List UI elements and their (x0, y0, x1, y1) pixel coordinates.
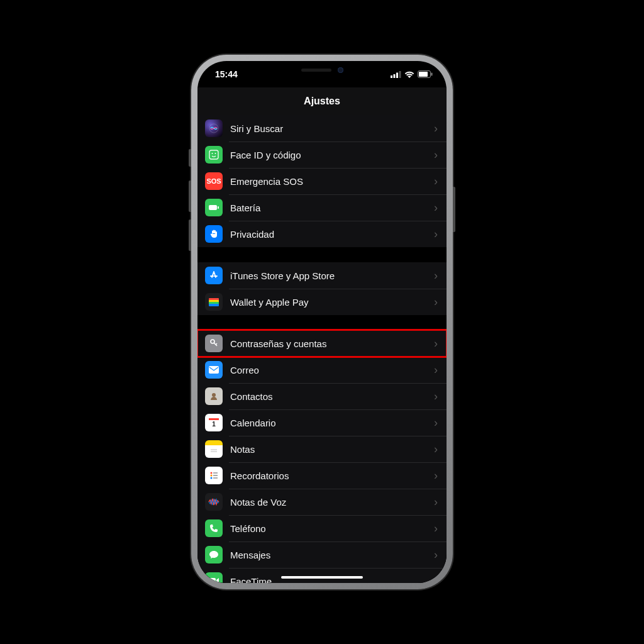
svg-point-28 (211, 477, 213, 479)
page-title: Ajustes (304, 96, 340, 107)
svg-rect-16 (209, 304, 219, 306)
chevron-right-icon: › (434, 228, 438, 241)
svg-point-9 (212, 153, 213, 154)
nav-header: Ajustes (197, 87, 447, 115)
svg-rect-3 (399, 71, 401, 78)
svg-rect-0 (391, 75, 392, 78)
row-reminders[interactable]: Recordatorios › (197, 462, 447, 489)
row-calendar[interactable]: 1 Calendario › (197, 409, 447, 436)
chevron-right-icon: › (434, 469, 438, 482)
cellular-icon (391, 71, 401, 78)
svg-point-19 (212, 393, 216, 397)
facetime-icon (205, 572, 223, 583)
row-label: Recordatorios (230, 470, 434, 481)
row-battery[interactable]: Batería › (197, 194, 447, 221)
svg-point-24 (211, 472, 213, 474)
svg-rect-5 (419, 72, 428, 77)
status-right (391, 70, 433, 78)
chevron-right-icon: › (434, 122, 438, 135)
row-phone[interactable]: Teléfono › (197, 515, 447, 541)
volume-up-button (189, 180, 191, 212)
row-label: Wallet y Apple Pay (230, 297, 434, 308)
faceid-icon (205, 146, 223, 164)
side-button (453, 187, 455, 232)
row-sos[interactable]: SOS Emergencia SOS › (197, 168, 447, 194)
row-label: Contactos (230, 391, 434, 402)
chevron-right-icon: › (434, 337, 438, 350)
content: Ajustes Siri y Buscar › (197, 61, 447, 583)
chevron-right-icon: › (434, 416, 438, 430)
sos-icon: SOS (205, 172, 223, 190)
row-facetime[interactable]: FaceTime › (197, 568, 447, 583)
chevron-right-icon: › (434, 296, 438, 309)
phone-device-frame: 15:44 Ajustes Siri y Buscar (191, 55, 453, 589)
battery-icon (205, 199, 223, 216)
chevron-right-icon: › (434, 201, 438, 214)
row-label: Face ID y código (230, 150, 434, 160)
row-mail[interactable]: Correo › (197, 357, 447, 383)
row-label: iTunes Store y App Store (230, 270, 434, 281)
row-contacts[interactable]: Contactos › (197, 383, 447, 409)
row-faceid[interactable]: Face ID y código › (197, 142, 447, 168)
svg-rect-11 (209, 205, 217, 210)
screen: 15:44 Ajustes Siri y Buscar (197, 61, 447, 583)
row-privacy[interactable]: Privacidad › (197, 221, 447, 247)
appstore-icon (205, 267, 223, 284)
settings-group: Contraseñas y cuentas › Correo › (197, 330, 447, 583)
chevron-right-icon: › (434, 364, 438, 377)
notes-icon (205, 440, 223, 458)
row-label: Siri y Buscar (230, 123, 434, 134)
battery-icon (418, 70, 433, 78)
chevron-right-icon: › (434, 496, 438, 509)
svg-rect-18 (209, 366, 219, 374)
row-appstore[interactable]: iTunes Store y App Store › (197, 262, 447, 289)
row-label: Notas (230, 444, 434, 455)
row-label: Notas de Voz (230, 497, 434, 508)
reminders-icon (205, 467, 223, 484)
svg-point-26 (211, 475, 213, 477)
svg-point-10 (215, 153, 216, 154)
svg-rect-20 (209, 418, 219, 420)
volume-down-button (189, 219, 191, 251)
row-label: Batería (230, 203, 434, 213)
settings-group: Siri y Buscar › Face ID y código › SOS E… (197, 115, 447, 247)
row-messages[interactable]: Mensajes › (197, 541, 447, 568)
status-time: 15:44 (215, 69, 238, 79)
contacts-icon (205, 387, 223, 405)
row-label: Privacidad (230, 229, 434, 240)
svg-rect-2 (396, 72, 398, 78)
chevron-right-icon: › (434, 148, 438, 162)
settings-group: iTunes Store y App Store › Wallet y Appl… (197, 262, 447, 315)
svg-rect-12 (218, 206, 219, 209)
notch (262, 61, 382, 79)
hand-icon (205, 225, 223, 243)
row-label: Correo (230, 365, 434, 375)
row-voicememos[interactable]: Notas de Voz › (197, 489, 447, 515)
mail-icon (205, 361, 223, 379)
svg-rect-6 (431, 73, 433, 76)
svg-rect-1 (394, 74, 396, 78)
row-notes[interactable]: Notas › (197, 436, 447, 462)
chevron-right-icon: › (434, 522, 438, 535)
wallet-icon (205, 293, 223, 311)
phone-icon (205, 519, 223, 537)
calendar-icon: 1 (205, 414, 223, 431)
svg-text:1: 1 (212, 421, 216, 428)
row-siri[interactable]: Siri y Buscar › (197, 115, 447, 142)
chevron-right-icon: › (434, 575, 438, 584)
row-label: Teléfono (230, 523, 434, 534)
mute-switch (189, 149, 191, 167)
speaker-grille (301, 69, 331, 72)
voicememos-icon (205, 493, 223, 511)
front-camera (338, 67, 343, 73)
settings-list[interactable]: Siri y Buscar › Face ID y código › SOS E… (197, 115, 447, 583)
chevron-right-icon: › (434, 443, 438, 456)
chevron-right-icon: › (434, 548, 438, 562)
chevron-right-icon: › (434, 390, 438, 403)
row-wallet[interactable]: Wallet y Apple Pay › (197, 289, 447, 315)
home-indicator[interactable] (281, 576, 363, 579)
svg-rect-30 (209, 578, 216, 583)
chevron-right-icon: › (434, 269, 438, 282)
row-label: Calendario (230, 418, 434, 428)
row-passwords[interactable]: Contraseñas y cuentas › (197, 330, 447, 357)
